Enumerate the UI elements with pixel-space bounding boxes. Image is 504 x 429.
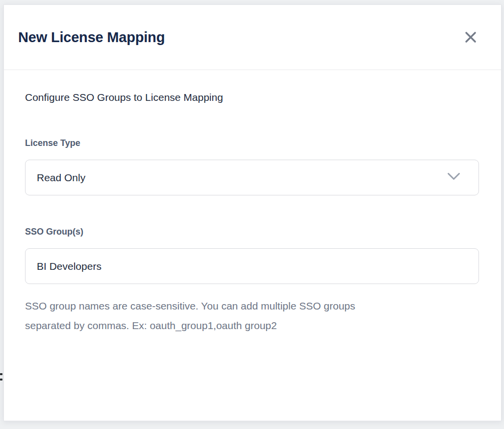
dialog-body: Configure SSO Groups to License Mapping … <box>4 70 501 335</box>
close-icon <box>464 31 477 44</box>
page: New License Mapping Configure SSO Groups… <box>0 0 504 429</box>
dialog-title: New License Mapping <box>18 29 165 46</box>
license-type-label: License Type <box>25 138 479 148</box>
sso-groups-label: SSO Group(s) <box>25 227 479 237</box>
helper-text-line: separated by commas. Ex: oauth_group1,oa… <box>25 316 479 335</box>
close-button[interactable] <box>462 28 479 46</box>
background-text-fragment <box>0 373 2 375</box>
dialog-header: New License Mapping <box>4 5 501 70</box>
dialog-subtitle: Configure SSO Groups to License Mapping <box>25 92 479 103</box>
license-type-selected-value: Read Only <box>37 172 85 184</box>
chevron-down-icon <box>447 172 460 183</box>
sso-groups-input[interactable] <box>25 248 479 284</box>
background-text-fragment <box>0 379 2 381</box>
background-page-fragment <box>0 373 3 384</box>
helper-text-line: SSO group names are case-sensitive. You … <box>25 296 479 316</box>
sso-groups-helper-text: SSO group names are case-sensitive. You … <box>25 296 479 335</box>
new-license-mapping-dialog: New License Mapping Configure SSO Groups… <box>3 4 502 421</box>
license-type-select[interactable]: Read Only <box>25 160 479 195</box>
